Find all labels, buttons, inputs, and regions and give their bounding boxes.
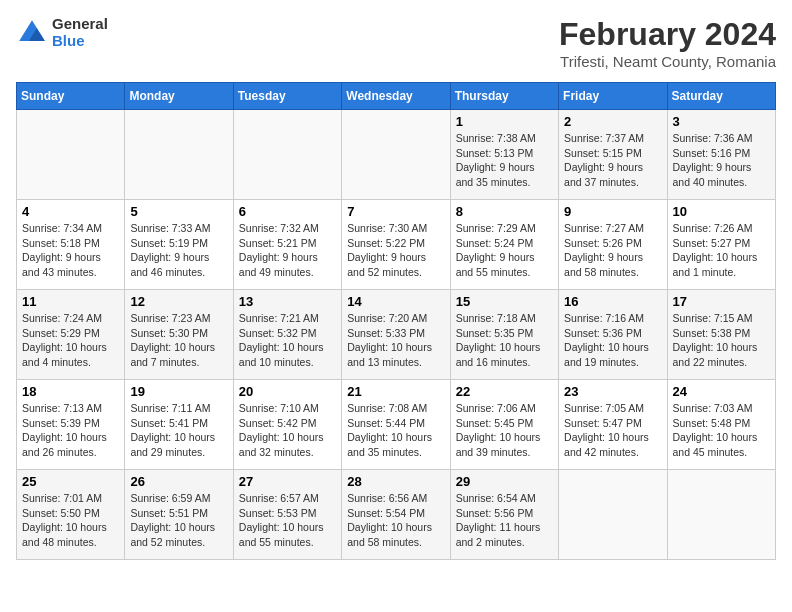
day-number: 3: [673, 114, 770, 129]
logo-icon: [16, 17, 48, 49]
day-info: Sunrise: 7:06 AM Sunset: 5:45 PM Dayligh…: [456, 401, 553, 460]
day-number: 7: [347, 204, 444, 219]
calendar-cell: 23Sunrise: 7:05 AM Sunset: 5:47 PM Dayli…: [559, 380, 667, 470]
logo: General Blue: [16, 16, 108, 49]
calendar-cell: 28Sunrise: 6:56 AM Sunset: 5:54 PM Dayli…: [342, 470, 450, 560]
location-subtitle: Trifesti, Neamt County, Romania: [559, 53, 776, 70]
day-number: 11: [22, 294, 119, 309]
logo-general: General: [52, 16, 108, 33]
day-info: Sunrise: 7:21 AM Sunset: 5:32 PM Dayligh…: [239, 311, 336, 370]
logo-blue: Blue: [52, 33, 108, 50]
calendar-cell: 3Sunrise: 7:36 AM Sunset: 5:16 PM Daylig…: [667, 110, 775, 200]
day-number: 8: [456, 204, 553, 219]
day-info: Sunrise: 6:59 AM Sunset: 5:51 PM Dayligh…: [130, 491, 227, 550]
weekday-header-wednesday: Wednesday: [342, 83, 450, 110]
calendar-cell: 20Sunrise: 7:10 AM Sunset: 5:42 PM Dayli…: [233, 380, 341, 470]
day-info: Sunrise: 7:03 AM Sunset: 5:48 PM Dayligh…: [673, 401, 770, 460]
calendar-cell: 16Sunrise: 7:16 AM Sunset: 5:36 PM Dayli…: [559, 290, 667, 380]
day-number: 23: [564, 384, 661, 399]
day-info: Sunrise: 7:27 AM Sunset: 5:26 PM Dayligh…: [564, 221, 661, 280]
calendar-cell: 15Sunrise: 7:18 AM Sunset: 5:35 PM Dayli…: [450, 290, 558, 380]
calendar-cell: [233, 110, 341, 200]
calendar-cell: 11Sunrise: 7:24 AM Sunset: 5:29 PM Dayli…: [17, 290, 125, 380]
day-number: 29: [456, 474, 553, 489]
weekday-header-thursday: Thursday: [450, 83, 558, 110]
weekday-header-friday: Friday: [559, 83, 667, 110]
day-number: 5: [130, 204, 227, 219]
day-info: Sunrise: 7:23 AM Sunset: 5:30 PM Dayligh…: [130, 311, 227, 370]
weekday-header-monday: Monday: [125, 83, 233, 110]
day-info: Sunrise: 7:24 AM Sunset: 5:29 PM Dayligh…: [22, 311, 119, 370]
day-number: 2: [564, 114, 661, 129]
calendar-cell: 6Sunrise: 7:32 AM Sunset: 5:21 PM Daylig…: [233, 200, 341, 290]
day-info: Sunrise: 7:32 AM Sunset: 5:21 PM Dayligh…: [239, 221, 336, 280]
calendar-cell: 17Sunrise: 7:15 AM Sunset: 5:38 PM Dayli…: [667, 290, 775, 380]
day-number: 15: [456, 294, 553, 309]
day-info: Sunrise: 6:56 AM Sunset: 5:54 PM Dayligh…: [347, 491, 444, 550]
calendar-body: 1Sunrise: 7:38 AM Sunset: 5:13 PM Daylig…: [17, 110, 776, 560]
calendar-cell: 4Sunrise: 7:34 AM Sunset: 5:18 PM Daylig…: [17, 200, 125, 290]
page-header: General Blue February 2024 Trifesti, Nea…: [16, 16, 776, 70]
day-info: Sunrise: 7:15 AM Sunset: 5:38 PM Dayligh…: [673, 311, 770, 370]
day-number: 25: [22, 474, 119, 489]
calendar-cell: 1Sunrise: 7:38 AM Sunset: 5:13 PM Daylig…: [450, 110, 558, 200]
day-number: 10: [673, 204, 770, 219]
calendar-cell: 14Sunrise: 7:20 AM Sunset: 5:33 PM Dayli…: [342, 290, 450, 380]
calendar-cell: [17, 110, 125, 200]
day-number: 14: [347, 294, 444, 309]
calendar-cell: 2Sunrise: 7:37 AM Sunset: 5:15 PM Daylig…: [559, 110, 667, 200]
day-info: Sunrise: 7:01 AM Sunset: 5:50 PM Dayligh…: [22, 491, 119, 550]
calendar-cell: 12Sunrise: 7:23 AM Sunset: 5:30 PM Dayli…: [125, 290, 233, 380]
day-info: Sunrise: 7:13 AM Sunset: 5:39 PM Dayligh…: [22, 401, 119, 460]
day-number: 22: [456, 384, 553, 399]
day-info: Sunrise: 7:11 AM Sunset: 5:41 PM Dayligh…: [130, 401, 227, 460]
calendar-cell: [667, 470, 775, 560]
day-info: Sunrise: 7:20 AM Sunset: 5:33 PM Dayligh…: [347, 311, 444, 370]
day-info: Sunrise: 7:05 AM Sunset: 5:47 PM Dayligh…: [564, 401, 661, 460]
calendar-cell: 8Sunrise: 7:29 AM Sunset: 5:24 PM Daylig…: [450, 200, 558, 290]
calendar-cell: 9Sunrise: 7:27 AM Sunset: 5:26 PM Daylig…: [559, 200, 667, 290]
day-number: 27: [239, 474, 336, 489]
day-info: Sunrise: 7:38 AM Sunset: 5:13 PM Dayligh…: [456, 131, 553, 190]
calendar-cell: 7Sunrise: 7:30 AM Sunset: 5:22 PM Daylig…: [342, 200, 450, 290]
day-info: Sunrise: 7:36 AM Sunset: 5:16 PM Dayligh…: [673, 131, 770, 190]
day-number: 17: [673, 294, 770, 309]
calendar-cell: 27Sunrise: 6:57 AM Sunset: 5:53 PM Dayli…: [233, 470, 341, 560]
logo-text: General Blue: [52, 16, 108, 49]
calendar-week-5: 25Sunrise: 7:01 AM Sunset: 5:50 PM Dayli…: [17, 470, 776, 560]
calendar-cell: 13Sunrise: 7:21 AM Sunset: 5:32 PM Dayli…: [233, 290, 341, 380]
day-info: Sunrise: 7:34 AM Sunset: 5:18 PM Dayligh…: [22, 221, 119, 280]
day-info: Sunrise: 7:08 AM Sunset: 5:44 PM Dayligh…: [347, 401, 444, 460]
calendar-cell: [342, 110, 450, 200]
calendar-week-1: 1Sunrise: 7:38 AM Sunset: 5:13 PM Daylig…: [17, 110, 776, 200]
calendar-cell: 21Sunrise: 7:08 AM Sunset: 5:44 PM Dayli…: [342, 380, 450, 470]
day-info: Sunrise: 7:16 AM Sunset: 5:36 PM Dayligh…: [564, 311, 661, 370]
weekday-header-row: SundayMondayTuesdayWednesdayThursdayFrid…: [17, 83, 776, 110]
day-info: Sunrise: 7:18 AM Sunset: 5:35 PM Dayligh…: [456, 311, 553, 370]
calendar-cell: [559, 470, 667, 560]
calendar-week-4: 18Sunrise: 7:13 AM Sunset: 5:39 PM Dayli…: [17, 380, 776, 470]
calendar-cell: 22Sunrise: 7:06 AM Sunset: 5:45 PM Dayli…: [450, 380, 558, 470]
day-number: 26: [130, 474, 227, 489]
day-number: 20: [239, 384, 336, 399]
day-number: 24: [673, 384, 770, 399]
day-number: 19: [130, 384, 227, 399]
calendar-cell: 18Sunrise: 7:13 AM Sunset: 5:39 PM Dayli…: [17, 380, 125, 470]
day-number: 21: [347, 384, 444, 399]
day-number: 28: [347, 474, 444, 489]
calendar-week-3: 11Sunrise: 7:24 AM Sunset: 5:29 PM Dayli…: [17, 290, 776, 380]
day-info: Sunrise: 7:29 AM Sunset: 5:24 PM Dayligh…: [456, 221, 553, 280]
calendar-table: SundayMondayTuesdayWednesdayThursdayFrid…: [16, 82, 776, 560]
day-info: Sunrise: 6:54 AM Sunset: 5:56 PM Dayligh…: [456, 491, 553, 550]
day-info: Sunrise: 7:26 AM Sunset: 5:27 PM Dayligh…: [673, 221, 770, 280]
weekday-header-sunday: Sunday: [17, 83, 125, 110]
day-number: 1: [456, 114, 553, 129]
calendar-cell: 10Sunrise: 7:26 AM Sunset: 5:27 PM Dayli…: [667, 200, 775, 290]
calendar-week-2: 4Sunrise: 7:34 AM Sunset: 5:18 PM Daylig…: [17, 200, 776, 290]
calendar-cell: 19Sunrise: 7:11 AM Sunset: 5:41 PM Dayli…: [125, 380, 233, 470]
title-block: February 2024 Trifesti, Neamt County, Ro…: [559, 16, 776, 70]
day-number: 18: [22, 384, 119, 399]
calendar-cell: [125, 110, 233, 200]
main-title: February 2024: [559, 16, 776, 53]
day-number: 9: [564, 204, 661, 219]
